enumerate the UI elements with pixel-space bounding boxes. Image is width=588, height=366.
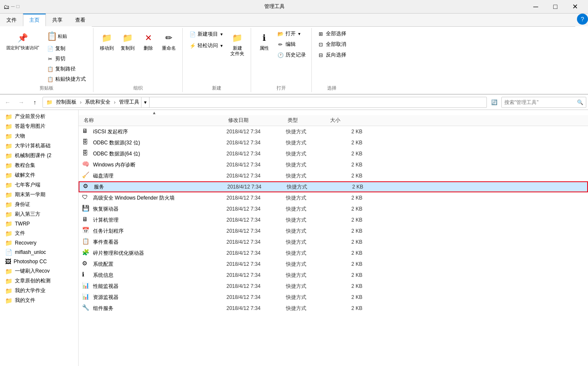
file-name-4: 磁盘清理 — [93, 172, 226, 180]
open-content: ℹ 属性 📂 打开 ▼ ✏ 编辑 🕐 历史记录 — [254, 29, 308, 84]
sidebar-item-5[interactable]: 📁 教程合集 — [0, 160, 78, 170]
path-item-controlpanel[interactable]: 控制面板 — [54, 98, 78, 107]
sidebar-item-flash[interactable]: 📁 一键刷入Recov — [0, 266, 78, 276]
sidebar-label-4: 机械制图课件 (2 — [15, 152, 51, 159]
file-row[interactable]: 📋 事件查看器 2018/4/12 7:34 快捷方式 2 KB — [79, 236, 588, 248]
sidebar-item-article[interactable]: 📁 文章原创的检测 — [0, 276, 78, 286]
file-type-12: 快捷方式 — [286, 261, 328, 268]
select-content: ⊞ 全部选择 ⊡ 全部取消 ⊟ 反向选择 — [315, 29, 348, 84]
sidebar-item-miflash[interactable]: 📄 miflash_unloc — [0, 248, 78, 257]
file-row[interactable]: 💾 恢复驱动器 2018/4/12 7:34 快捷方式 2 KB — [79, 203, 588, 214]
history-button[interactable]: 🕐 历史记录 — [275, 50, 308, 60]
sidebar-item-photoshop[interactable]: 🖼 Photoshop CC — [0, 257, 78, 266]
move-to-label: 移动到 — [100, 45, 114, 51]
path-item-current[interactable]: 管理工具 — [117, 98, 141, 107]
file-icon-12: ⚙ — [82, 260, 90, 268]
invert-select-button[interactable]: ⊟ 反向选择 — [315, 50, 348, 60]
file-row[interactable]: ℹ 系统信息 2018/4/12 7:34 快捷方式 2 KB — [79, 270, 588, 281]
sidebar-item-homework[interactable]: 📁 我的大学作业 — [0, 286, 78, 296]
file-date-0: 2018/4/12 7:34 — [226, 129, 286, 135]
up-button[interactable]: ↑ — [29, 96, 41, 108]
move-to-icon: 📁 — [100, 31, 114, 45]
copy-path-button[interactable]: 📋 复制路径 — [45, 64, 88, 74]
file-icon-0: 🖥 — [82, 127, 90, 136]
sidebar-item-0[interactable]: 📁 产业前景分析 — [0, 112, 78, 121]
header-name[interactable]: 名称 — [82, 117, 226, 124]
select-none-icon: ⊡ — [317, 41, 324, 48]
sidebar-item-12[interactable]: 📁 文件 — [0, 228, 78, 238]
file-icon-photoshop: 🖼 — [5, 258, 11, 265]
help-button[interactable]: ? — [577, 14, 588, 25]
file-row[interactable]: 🔧 组件服务 2018/4/12 7:34 快捷方式 2 KB — [79, 303, 588, 314]
file-row[interactable]: 📊 性能监视器 2018/4/12 7:34 快捷方式 2 KB — [79, 281, 588, 292]
tab-home[interactable]: 主页 — [23, 14, 46, 26]
cut-button[interactable]: ✂ 剪切 — [45, 54, 88, 64]
file-row[interactable]: ⚙ 系统配置 2018/4/12 7:34 快捷方式 2 KB — [79, 259, 588, 270]
path-dropdown-arrow[interactable]: ▾ — [141, 97, 150, 108]
sidebar-item-6[interactable]: 📁 破解文件 — [0, 170, 78, 180]
new-folder-button[interactable]: 📁 新建 文件夹 — [227, 29, 247, 59]
file-date-9: 2018/4/12 7:34 — [226, 228, 286, 234]
path-separator-1: › — [80, 99, 82, 105]
file-row[interactable]: 🧠 Windows 内存诊断 2018/4/12 7:34 快捷方式 2 KB — [79, 159, 588, 170]
file-row[interactable]: ⚙ 服务 2018/4/12 7:34 快捷方式 2 KB — [79, 181, 588, 192]
file-name-15: 资源监视器 — [93, 294, 226, 301]
sidebar-item-3[interactable]: 📁 大学计算机基础 — [0, 141, 78, 151]
sidebar-item-11[interactable]: 📁 TWRP — [0, 219, 78, 228]
file-row[interactable]: 🛡 高级安全 Windows Defender 防火墙 2018/4/12 7:… — [79, 192, 588, 203]
tab-file[interactable]: 文件 — [0, 14, 23, 26]
file-row[interactable]: 📊 资源监视器 2018/4/12 7:34 快捷方式 2 KB — [79, 292, 588, 303]
file-row[interactable]: 📅 任务计划程序 2018/4/12 7:34 快捷方式 2 KB — [79, 225, 588, 236]
easy-access-button[interactable]: ⚡ 轻松访问 ▼ — [186, 40, 226, 51]
file-size-3: 2 KB — [328, 162, 362, 168]
sidebar-item-2[interactable]: 📁 大物 — [0, 131, 78, 141]
file-size-1: 2 KB — [328, 140, 362, 146]
back-button[interactable]: ← — [2, 96, 14, 108]
file-type-13: 快捷方式 — [286, 272, 328, 279]
close-button[interactable]: ✕ — [565, 0, 585, 14]
file-row[interactable]: 🗄 ODBC 数据源(32 位) 2018/4/12 7:34 快捷方式 2 K… — [79, 137, 588, 148]
path-item-security[interactable]: 系统和安全 — [83, 98, 112, 107]
minimize-button[interactable]: ─ — [526, 0, 546, 14]
select-all-button[interactable]: ⊞ 全部选择 — [315, 29, 348, 39]
select-none-button[interactable]: ⊡ 全部取消 — [315, 39, 348, 49]
sidebar-item-1[interactable]: 📁 答题专用图片 — [0, 121, 78, 131]
file-row[interactable]: 🗄 ODBC 数据源(64 位) 2018/4/12 7:34 快捷方式 2 K… — [79, 148, 588, 159]
header-type[interactable]: 类型 — [286, 117, 328, 124]
tab-share[interactable]: 共享 — [46, 14, 69, 26]
sidebar-item-10[interactable]: 📁 刷入第三方 — [0, 209, 78, 219]
sidebar-item-myfiles[interactable]: 📁 我的文件 — [0, 296, 78, 305]
rename-button[interactable]: ✏ 重命名 — [159, 29, 179, 53]
sidebar: 📁 产业前景分析 📁 答题专用图片 📁 大物 📁 大学计算机基础 📁 机械制图课… — [0, 110, 79, 366]
file-row[interactable]: 🧹 磁盘清理 2018/4/12 7:34 快捷方式 2 KB — [79, 170, 588, 181]
move-to-button[interactable]: 📁 移动到 — [97, 29, 117, 53]
file-row[interactable]: 🧩 碎片整理和优化驱动器 2018/4/12 7:34 快捷方式 2 KB — [79, 248, 588, 259]
sidebar-item-recovery[interactable]: 📁 Recovery — [0, 238, 78, 248]
forward-button[interactable]: → — [15, 96, 27, 108]
new-item-button[interactable]: 📄 新建项目 ▼ — [186, 29, 226, 39]
header-date[interactable]: 修改日期 — [226, 117, 286, 124]
refresh-button[interactable]: 🔄 — [489, 97, 500, 108]
properties-button[interactable]: ℹ 属性 — [254, 29, 274, 53]
pin-button[interactable]: 📌 固定到"快速访问" — [3, 29, 42, 53]
sidebar-item-8[interactable]: 📁 期末第一学期 — [0, 190, 78, 200]
open-button[interactable]: 📂 打开 ▼ — [275, 29, 308, 39]
header-size[interactable]: 大小 — [328, 117, 362, 124]
sidebar-item-9[interactable]: 📁 身份证 — [0, 200, 78, 209]
maximize-button[interactable]: □ — [546, 0, 565, 14]
search-input[interactable] — [504, 99, 575, 105]
file-row[interactable]: 🖥 iSCSI 发起程序 2018/4/12 7:34 快捷方式 2 KB — [79, 126, 588, 137]
sidebar-item-4[interactable]: 📁 机械制图课件 (2 — [0, 151, 78, 160]
paste-button[interactable]: 📋 粘贴 — [43, 29, 90, 43]
paste-shortcut-button[interactable]: 📋 粘贴快捷方式 — [45, 74, 88, 84]
delete-button[interactable]: ✕ 删除 — [139, 29, 158, 53]
file-size-12: 2 KB — [328, 261, 362, 267]
copy-button[interactable]: 📄 复制 — [45, 44, 88, 53]
file-row[interactable]: 🖥 计算机管理 2018/4/12 7:34 快捷方式 2 KB — [79, 214, 588, 225]
sidebar-item-7[interactable]: 📁 七年客户端 — [0, 180, 78, 190]
copy-to-button[interactable]: 📁 复制到 — [118, 29, 138, 53]
folder-icon-recovery: 📁 — [5, 239, 12, 246]
edit-button[interactable]: ✏ 编辑 — [275, 39, 308, 49]
open-label: 打开 — [286, 30, 296, 37]
tab-view[interactable]: 查看 — [69, 14, 92, 26]
